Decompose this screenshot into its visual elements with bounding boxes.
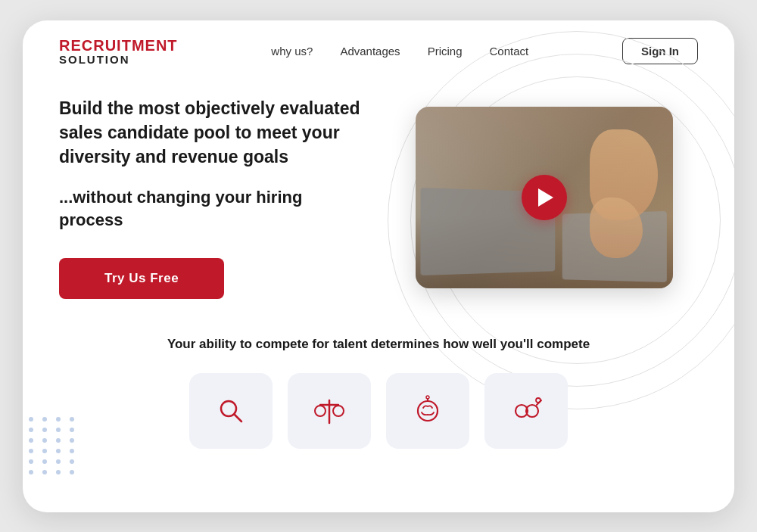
search-icon	[214, 394, 248, 428]
scale-icon	[313, 394, 346, 428]
link-icon	[509, 394, 543, 428]
play-button[interactable]	[522, 175, 567, 220]
icon-card-search	[189, 373, 273, 449]
svg-point-5	[333, 406, 344, 416]
nav-item-advantages[interactable]: Advantages	[340, 45, 400, 58]
nav-item-why-us[interactable]: why us?	[271, 45, 313, 58]
logo-top: RECRUITMENT	[59, 37, 178, 54]
nav-item-pricing[interactable]: Pricing	[428, 45, 463, 58]
svg-line-1	[235, 415, 242, 422]
try-us-free-button[interactable]: Try Us Free	[59, 258, 224, 299]
hero-headline: Build the most objectively evaluated sal…	[59, 96, 366, 170]
hero-right	[391, 107, 698, 288]
svg-point-4	[315, 406, 326, 416]
icon-card-brain	[386, 373, 469, 449]
video-thumbnail[interactable]	[416, 107, 673, 288]
hero-subheadline: ...without changing your hiring process	[59, 186, 366, 233]
logo-bottom: SOLUTION	[59, 54, 178, 67]
bottom-tagline: Your ability to compete for talent deter…	[59, 337, 698, 352]
icon-card-scale	[288, 373, 371, 449]
hero-section: Build the most objectively evaluated sal…	[23, 66, 734, 322]
brain-icon	[411, 394, 444, 428]
bottom-section: Your ability to compete for talent deter…	[23, 322, 734, 471]
play-icon	[538, 188, 553, 207]
svg-point-8	[426, 396, 429, 399]
logo: RECRUITMENT SOLUTION	[59, 37, 178, 67]
icon-card-link	[484, 373, 568, 449]
icon-cards-row	[59, 373, 698, 449]
main-card: RECRUITMENT SOLUTION why us? Advantages …	[23, 20, 734, 512]
hero-left: Build the most objectively evaluated sal…	[59, 96, 366, 299]
svg-point-12	[536, 398, 540, 403]
svg-point-6	[418, 401, 438, 421]
